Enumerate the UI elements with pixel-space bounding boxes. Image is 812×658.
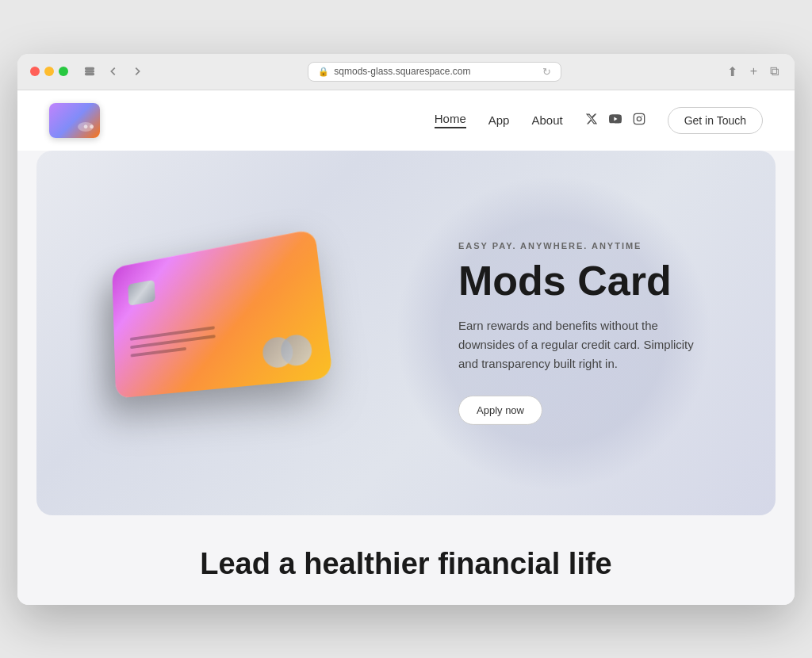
- hero-content: EASY PAY. ANYWHERE. ANYTIME Mods Card Ea…: [458, 240, 712, 424]
- bottom-section: Lead a healthier financial life: [17, 515, 795, 605]
- browser-chrome: 🔒 sqmods-glass.squarespace.com ↻ ⬆ + ⧉: [17, 54, 795, 90]
- address-bar-container: 🔒 sqmods-glass.squarespace.com ↻: [155, 62, 714, 82]
- hero-title: Mods Card: [458, 258, 712, 303]
- nav-about[interactable]: About: [531, 113, 562, 127]
- logo-card: ●●: [49, 103, 100, 138]
- refresh-icon[interactable]: ↻: [542, 66, 551, 78]
- address-bar[interactable]: 🔒 sqmods-glass.squarespace.com ↻: [308, 62, 561, 82]
- maximize-button[interactable]: [59, 67, 68, 76]
- nav-home[interactable]: Home: [435, 112, 466, 128]
- card-chip: [128, 279, 155, 305]
- card-visual: [84, 182, 385, 484]
- share-button[interactable]: ⬆: [724, 63, 741, 81]
- twitter-icon[interactable]: [585, 113, 598, 128]
- nav-social: [585, 113, 645, 128]
- browser-window: 🔒 sqmods-glass.squarespace.com ↻ ⬆ + ⧉ ●…: [17, 54, 795, 605]
- logo[interactable]: ●●: [49, 103, 100, 138]
- back-button[interactable]: [105, 64, 122, 78]
- svg-rect-0: [86, 68, 94, 70]
- browser-actions: ⬆ + ⧉: [724, 63, 782, 81]
- svg-point-5: [642, 115, 642, 116]
- nav-links: Home App About Get in Touch: [435, 107, 763, 134]
- svg-rect-3: [634, 113, 644, 124]
- svg-point-4: [637, 117, 641, 121]
- new-tab-button[interactable]: +: [747, 63, 760, 81]
- card-logo-circles: [262, 333, 314, 369]
- svg-rect-1: [86, 71, 94, 72]
- card-lines: [130, 326, 216, 357]
- url-text: sqmods-glass.squarespace.com: [334, 66, 470, 77]
- website-content: ●● Home App About G: [17, 90, 795, 605]
- apply-now-button[interactable]: Apply now: [458, 396, 542, 425]
- svg-rect-2: [86, 74, 94, 75]
- sidebar-toggle-button[interactable]: [81, 64, 98, 78]
- lock-icon: 🔒: [318, 67, 329, 77]
- youtube-icon[interactable]: [609, 113, 622, 128]
- browser-navigation: [81, 64, 146, 78]
- bottom-title: Lead a healthier financial life: [49, 547, 763, 581]
- forward-button[interactable]: [128, 64, 146, 78]
- traffic-lights: [30, 67, 68, 76]
- hero-section: EASY PAY. ANYWHERE. ANYTIME Mods Card Ea…: [36, 151, 776, 515]
- hero-eyebrow: EASY PAY. ANYWHERE. ANYTIME: [458, 240, 712, 250]
- nav-app[interactable]: App: [488, 113, 510, 127]
- minimize-button[interactable]: [44, 67, 54, 76]
- navbar: ●● Home App About G: [17, 90, 795, 151]
- tabs-overview-button[interactable]: ⧉: [767, 63, 782, 81]
- card-line-3: [131, 346, 187, 357]
- get-in-touch-button[interactable]: Get in Touch: [668, 107, 763, 134]
- hero-description: Earn rewards and benefits without the do…: [458, 316, 712, 373]
- instagram-icon[interactable]: [633, 113, 645, 128]
- close-button[interactable]: [30, 67, 40, 76]
- credit-card-3d: [112, 228, 333, 398]
